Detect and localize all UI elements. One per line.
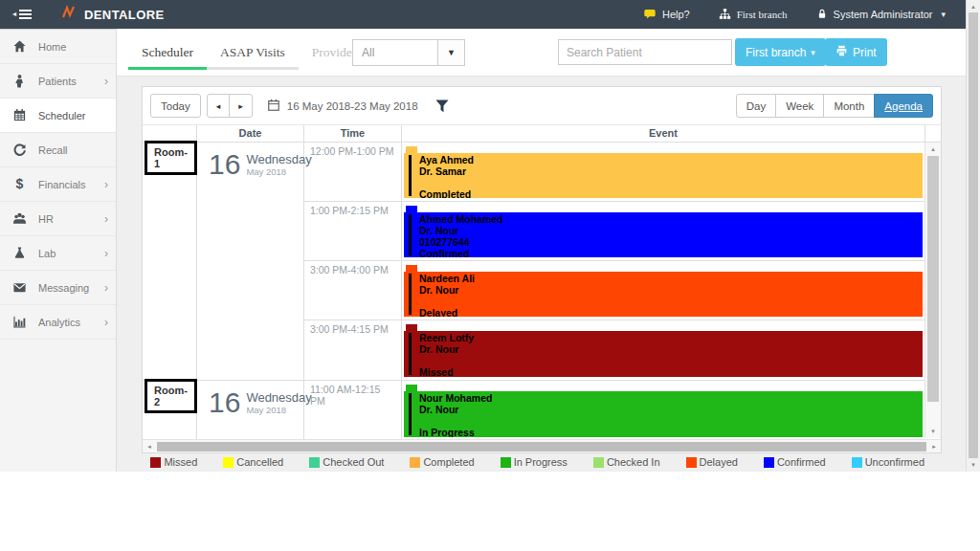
printer-icon [835,45,848,60]
chevron-right-icon: › [104,281,108,295]
help-bubble-icon [643,8,657,22]
tab-asap-visits[interactable]: ASAP Visits [207,37,299,70]
sidebar-collapse-button[interactable]: ◂ [12,8,32,21]
legend-label: Delayed [700,456,738,468]
legend-label: Checked Out [323,456,384,468]
view-agenda-button[interactable]: Agenda [874,94,933,118]
agenda-vertical-scrollbar[interactable]: ▴ ▾ [924,143,941,438]
appointment-card[interactable]: Nardeen Ali Dr. Nour Delayed [404,261,923,320]
legend-swatch [410,457,420,468]
chevron-right-icon: › [104,247,108,260]
event-notch [406,206,417,212]
sidebar-item-hr[interactable]: HR› [0,202,116,236]
room-column: Room-2 [143,381,197,440]
appointment-event-cell: Ahmed Mohamed Dr. Nour 010277644 Confirm… [402,202,924,260]
event-provider-name: Dr. Samar [419,166,915,178]
appointment-time: 3:00 PM-4:00 PM [304,261,402,320]
appointment-card[interactable]: Aya Ahmed Dr. Samar Completed [404,143,923,201]
event-notch [406,265,417,272]
appointment-event-cell: Aya Ahmed Dr. Samar Completed [402,143,924,201]
appointment-event-cell: Nardeen Ali Dr. Nour Delayed [402,261,924,320]
branch-indicator[interactable]: First branch [719,8,788,22]
next-period-button[interactable]: ▸ [229,94,253,118]
appointment-event-cell: Nour Mohamed Dr. Nour In Progress [402,381,924,440]
legend-item-delayed: Delayed [686,456,738,468]
user-menu[interactable]: System Administrator ▾ [816,8,946,22]
search-patient-input[interactable] [558,39,732,65]
chevron-right-icon: › [104,75,108,88]
provider-filter-dropdown-button[interactable]: ▼ [437,39,465,66]
dollar-icon: $ [12,177,29,192]
event-left-bar [409,214,412,255]
filter-icon[interactable] [434,99,450,114]
event-notch [406,385,417,391]
appointment-row: 11:00 AM-12:15 PM Nour Mohamed Dr. Nour … [304,381,924,440]
legend-label: Cancelled [236,456,283,468]
legend-item-completed: Completed [410,456,474,468]
chevron-right-icon: › [104,178,108,191]
legend-label: Unconfirmed [865,456,924,468]
window-scrollbar[interactable]: ▴ ▾ [966,0,980,472]
sidebar-item-scheduler[interactable]: Scheduler [0,99,116,133]
scroll-up-arrow[interactable]: ▴ [967,1,980,12]
sidebar: HomePatients›SchedulerRecall$Financials›… [0,29,117,472]
help-link[interactable]: Help? [643,8,690,22]
collapse-arrow-icon: ◂ [12,11,16,18]
branch-select-button[interactable]: First branch ▾ [735,38,826,66]
bar-chart-icon [12,315,29,330]
previous-period-button[interactable]: ◂ [207,94,231,118]
date-range-display[interactable]: 16 May 2018-23 May 2018 [267,99,418,114]
scroll-right-arrow[interactable]: ▸ [927,443,941,451]
horizontal-scroll-thumb[interactable] [157,442,926,452]
scroll-down-arrow[interactable]: ▾ [925,426,941,437]
branch-label: First branch [737,9,788,20]
view-month-button[interactable]: Month [823,94,875,118]
event-phone [419,297,915,308]
provider-filter-value[interactable]: All [352,39,437,66]
appointment-time: 12:00 PM-1:00 PM [304,143,402,201]
scroll-up-arrow[interactable]: ▴ [925,143,941,155]
calendar-icon [267,99,280,114]
sidebar-item-financials[interactable]: $Financials› [0,167,116,202]
envelope-icon [12,280,29,296]
event-phone: 010277644 [419,237,915,249]
brand-name: DENTALORE [84,8,165,22]
event-provider-name: Dr. Nour [419,405,915,416]
vertical-scroll-thumb[interactable] [927,156,939,402]
sidebar-item-messaging[interactable]: Messaging› [0,271,116,305]
appointment-row: 12:00 PM-1:00 PM Aya Ahmed Dr. Samar Com… [304,143,924,202]
scheduler-panel: Today ◂ ▸ 16 May 2018-23 May 2018 DayWee… [142,86,942,453]
legend-swatch [223,457,234,468]
today-button[interactable]: Today [150,94,201,118]
sidebar-item-label: HR [38,213,54,225]
sidebar-item-analytics[interactable]: Analytics› [0,305,116,340]
date-weekday: Wednesday [246,152,311,166]
legend-swatch [593,457,604,468]
sidebar-item-label: Scheduler [38,110,86,121]
window-scroll-thumb[interactable] [969,12,978,458]
legend-swatch [764,457,774,468]
appointment-row: 3:00 PM-4:00 PM Nardeen Ali Dr. Nour Del… [304,261,924,320]
view-day-button[interactable]: Day [736,94,776,118]
agenda-horizontal-scrollbar[interactable]: ◂ ▸ [143,439,941,452]
appointment-card[interactable]: Nour Mohamed Dr. Nour In Progress [404,381,923,440]
sidebar-item-recall[interactable]: Recall [0,133,116,167]
sidebar-item-lab[interactable]: Lab› [0,236,116,271]
tab-scheduler[interactable]: Scheduler [128,37,207,70]
sidebar-item-patients[interactable]: Patients› [0,64,116,99]
event-status: In Progress [419,428,915,437]
legend-label: Completed [423,456,474,468]
appointment-card[interactable]: Reem Lotfy Dr. Nour Missed [404,320,923,380]
scroll-left-arrow[interactable]: ◂ [143,443,156,451]
print-button[interactable]: Print [825,38,887,66]
sidebar-item-home[interactable]: Home [0,30,116,64]
view-week-button[interactable]: Week [775,94,824,118]
date-column-header: Date [197,125,304,142]
legend-swatch [309,457,320,468]
room-column: Room-1 [143,143,197,380]
sidebar-item-label: Analytics [38,317,80,328]
app-brand[interactable]: DENTALORE [60,5,165,24]
scroll-down-arrow[interactable]: ▾ [967,459,980,471]
appointment-card[interactable]: Ahmed Mohamed Dr. Nour 010277644 Confirm… [404,202,923,260]
legend-item-confirmed: Confirmed [764,456,826,468]
